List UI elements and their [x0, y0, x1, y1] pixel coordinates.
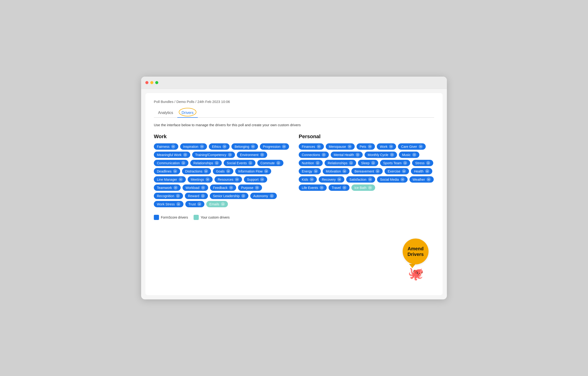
tag-item[interactable]: Meetings−	[188, 176, 213, 183]
tag-remove-icon[interactable]: −	[223, 145, 226, 148]
tag-remove-icon[interactable]: −	[179, 178, 183, 181]
tag-item[interactable]: Satisfaction−	[346, 176, 375, 183]
tag-item[interactable]: Reward−	[185, 193, 208, 199]
tag-remove-icon[interactable]: −	[376, 169, 380, 173]
tab-drivers[interactable]: Drivers	[177, 109, 198, 118]
tag-remove-icon[interactable]: −	[176, 194, 180, 198]
tag-item[interactable]: Music−	[399, 152, 419, 158]
tag-remove-icon[interactable]: −	[171, 145, 175, 148]
tag-item[interactable]: Social Events−	[224, 160, 256, 166]
tag-item[interactable]: Belonging−	[231, 143, 258, 150]
tag-item[interactable]: Workload−	[182, 185, 208, 191]
tag-remove-icon[interactable]: −	[337, 178, 341, 181]
tag-item[interactable]: Progression−	[260, 143, 289, 150]
tag-item[interactable]: Menopause−	[326, 143, 355, 150]
amend-drivers-label[interactable]: AmendDrivers	[403, 239, 428, 264]
tag-item[interactable]: Travel−	[329, 185, 349, 191]
breadcrumb-part-1[interactable]: Poll Bundles	[154, 100, 173, 104]
tag-remove-icon[interactable]: −	[322, 153, 326, 157]
tag-remove-icon[interactable]: −	[201, 194, 205, 198]
tag-item[interactable]: Support−	[244, 176, 267, 183]
tag-remove-icon[interactable]: −	[412, 153, 416, 157]
tag-remove-icon[interactable]: −	[255, 186, 259, 190]
tag-item[interactable]: Nutrition−	[299, 160, 323, 166]
tag-remove-icon[interactable]: −	[270, 194, 274, 198]
tag-item[interactable]: Energy−	[299, 168, 321, 174]
tag-item[interactable]: Line Manager−	[154, 176, 186, 183]
tag-item[interactable]: Sports Team−	[380, 160, 410, 166]
tag-item[interactable]: Social Media−	[377, 176, 408, 183]
tag-remove-icon[interactable]: −	[314, 169, 318, 173]
tag-item[interactable]: Pets−	[357, 143, 375, 150]
tag-item[interactable]: Finances−	[299, 143, 324, 150]
minimize-dot[interactable]	[150, 81, 153, 84]
tag-item[interactable]: Meaningful Work−	[154, 152, 190, 158]
tag-item[interactable]: Resources−	[214, 176, 242, 183]
tag-remove-icon[interactable]: −	[183, 153, 187, 157]
tag-item[interactable]: Communication−	[154, 160, 188, 166]
tag-remove-icon[interactable]: −	[174, 186, 178, 190]
tag-item[interactable]: Environment−	[237, 152, 267, 158]
tag-item[interactable]: Senior Leadership−	[210, 193, 248, 199]
tag-item[interactable]: Fairness−	[154, 143, 178, 150]
tag-remove-icon[interactable]: −	[228, 153, 232, 157]
tag-remove-icon[interactable]: −	[260, 178, 264, 181]
amend-drivers-bubble[interactable]: AmendDrivers 🐙	[403, 239, 428, 281]
tag-remove-icon[interactable]: −	[427, 178, 431, 181]
custom-tag-remove-icon[interactable]: −	[368, 186, 372, 190]
tag-remove-icon[interactable]: −	[368, 178, 372, 181]
tag-item[interactable]: Purpose−	[238, 185, 262, 191]
tag-remove-icon[interactable]: −	[320, 186, 324, 190]
tag-item[interactable]: Bereavement−	[351, 168, 383, 174]
tag-item[interactable]: Autonomy−	[250, 193, 277, 199]
breadcrumb-part-2[interactable]: Demo Polls	[176, 100, 194, 104]
tag-remove-icon[interactable]: −	[260, 153, 264, 157]
tag-remove-icon[interactable]: −	[264, 169, 268, 173]
tag-item[interactable]: Life Events−	[299, 185, 327, 191]
tag-remove-icon[interactable]: −	[197, 202, 201, 206]
fullscreen-dot[interactable]	[155, 81, 158, 84]
tag-item[interactable]: Health−	[411, 168, 432, 174]
custom-tag-item[interactable]: Ice Bath−	[351, 185, 375, 191]
close-dot[interactable]	[145, 81, 149, 84]
tag-item[interactable]: Connections−	[299, 152, 329, 158]
tag-item[interactable]: Sleep−	[358, 160, 378, 166]
custom-tag-remove-icon[interactable]: −	[221, 202, 225, 206]
tag-remove-icon[interactable]: −	[316, 161, 320, 165]
tag-item[interactable]: Recognition−	[154, 193, 183, 199]
tag-item[interactable]: Ethics−	[209, 143, 230, 150]
tag-item[interactable]: Feedback−	[210, 185, 236, 191]
tag-remove-icon[interactable]: −	[229, 186, 233, 190]
tag-remove-icon[interactable]: −	[356, 153, 360, 157]
tag-item[interactable]: Relationships−	[325, 160, 356, 166]
tag-remove-icon[interactable]: −	[201, 186, 205, 190]
tag-remove-icon[interactable]: −	[390, 153, 394, 157]
tag-remove-icon[interactable]: −	[251, 145, 255, 148]
tag-remove-icon[interactable]: −	[402, 169, 406, 173]
tag-item[interactable]: Weather−	[409, 176, 434, 183]
tag-item[interactable]: Motivation−	[323, 168, 350, 174]
tag-item[interactable]: Training/Competency−	[192, 152, 235, 158]
tag-remove-icon[interactable]: −	[204, 169, 208, 173]
tag-item[interactable]: Work Stress−	[154, 201, 183, 207]
tag-remove-icon[interactable]: −	[181, 161, 185, 165]
tag-remove-icon[interactable]: −	[425, 169, 429, 173]
tag-item[interactable]: Recovery−	[319, 176, 344, 183]
tag-remove-icon[interactable]: −	[401, 178, 405, 181]
tag-remove-icon[interactable]: −	[368, 145, 372, 148]
tag-remove-icon[interactable]: −	[389, 145, 393, 148]
tag-item[interactable]: Monthly Cycle−	[364, 152, 397, 158]
tag-item[interactable]: Trust−	[185, 201, 204, 207]
tag-item[interactable]: Work−	[377, 143, 396, 150]
tag-item[interactable]: Information Flow−	[235, 168, 271, 174]
tag-remove-icon[interactable]: −	[426, 161, 430, 165]
tag-remove-icon[interactable]: −	[235, 178, 239, 181]
tag-item[interactable]: Commute−	[257, 160, 283, 166]
tag-item[interactable]: Kids−	[299, 176, 317, 183]
tag-item[interactable]: Goals−	[213, 168, 233, 174]
tag-item[interactable]: Exercise−	[385, 168, 409, 174]
tag-item[interactable]: Inspiration−	[180, 143, 207, 150]
tag-remove-icon[interactable]: −	[342, 169, 346, 173]
tag-remove-icon[interactable]: −	[317, 145, 321, 148]
tag-item[interactable]: Relationships−	[190, 160, 222, 166]
